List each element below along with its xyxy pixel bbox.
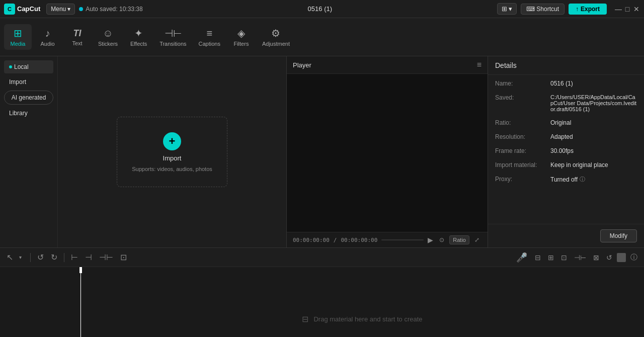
project-title: 0516 (1) (308, 5, 332, 13)
tab-captions[interactable]: ≡ Captions (194, 25, 225, 50)
sidebar-library[interactable]: Library (4, 107, 53, 120)
timeline-tool-3[interactable]: ⊡ (558, 252, 570, 263)
import-box[interactable]: + Import Supports: videos, audios, photo… (117, 117, 227, 187)
player-panel: Player ≡ 00:00:00:00 / 00:00:00:00 ▶ ⊙ R… (287, 56, 488, 247)
framerate-value: 30.00fps (550, 147, 637, 154)
details-title: Details (488, 56, 644, 75)
top-center: 0516 (1) (147, 5, 493, 13)
ratio-button[interactable]: Ratio (449, 235, 469, 244)
mic-button[interactable]: 🎤 (513, 250, 530, 265)
time-total: 00:00:00:00 (341, 237, 377, 243)
import-area: + Import Supports: videos, audios, photo… (58, 56, 286, 247)
timeline-toolbar: ↖ ▾ ↺ ↻ ⊢ ⊣ ⊣⊢ ⊡ 🎤 ⊟ ⊞ ⊡ ⊣⊢ ⊠ ↺ ⓘ (0, 248, 644, 267)
tab-effects[interactable]: ✦ Effects (125, 24, 152, 50)
modify-button[interactable]: Modify (600, 229, 637, 242)
shortcut-button[interactable]: ⌨ Shortcut (521, 4, 565, 15)
monitor-icon: ⊞ (502, 5, 507, 13)
window-controls: — □ ✕ (615, 6, 640, 13)
timeline-tool-more[interactable]: ⓘ (628, 251, 640, 264)
split-tool-2[interactable]: ⊣ (83, 251, 95, 264)
stickers-icon: ☺ (103, 28, 113, 39)
import-button-label: Import (163, 154, 182, 162)
split-tool-1[interactable]: ⊢ (68, 251, 80, 264)
tab-effects-label: Effects (130, 41, 147, 47)
timeline-right-tools: 🎤 ⊟ ⊞ ⊡ ⊣⊢ ⊠ ↺ ⓘ (513, 250, 640, 265)
proxy-value-row: Turned off ⓘ (550, 176, 585, 183)
undo-button[interactable]: ↺ (35, 251, 46, 264)
saved-value: C:/Users/USER/AppData/Local/CapCut/User … (550, 94, 637, 112)
monitor-chevron: ▾ (509, 5, 512, 13)
tab-filters[interactable]: ◈ Filters (227, 24, 255, 50)
menu-chevron-icon: ▾ (67, 6, 70, 13)
top-right-controls: ⊞ ▾ ⌨ Shortcut ↑ Export — □ ✕ (497, 3, 640, 15)
timeline-tool-1[interactable]: ⊟ (532, 252, 543, 263)
left-panel: Local Import AI generated Library + Impo… (0, 56, 287, 247)
export-icon: ↑ (576, 6, 579, 13)
detail-row-ratio: Ratio: Original (495, 119, 637, 126)
resolution-value: Adapted (550, 133, 637, 140)
tab-media[interactable]: ⊞ Media (4, 24, 32, 50)
timeline-tool-2[interactable]: ⊞ (545, 252, 556, 263)
shortcut-icon: ⌨ (526, 6, 535, 13)
name-label: Name: (495, 80, 550, 87)
timeline-tool-undo2[interactable]: ↺ (604, 252, 615, 263)
timeline-playhead-marker (79, 267, 82, 273)
drag-hint-icon: ⊟ (302, 314, 308, 324)
auto-save-status: Auto saved: 10:33:38 (79, 6, 142, 13)
details-footer: Modify (488, 224, 644, 247)
name-value: 0516 (1) (550, 80, 637, 87)
maximize-button[interactable]: □ (624, 6, 631, 13)
tab-audio[interactable]: ♪ Audio (34, 25, 61, 50)
proxy-info-icon[interactable]: ⓘ (580, 176, 585, 183)
tab-transitions[interactable]: ⊣⊢ Transitions (154, 24, 191, 50)
play-button[interactable]: ▶ (428, 236, 433, 244)
sidebar-ai-generated[interactable]: AI generated (4, 91, 53, 105)
tab-adjustment[interactable]: ⚙ Adjustment (257, 24, 295, 50)
camera-icon[interactable]: ⊙ (437, 235, 446, 244)
tab-audio-label: Audio (40, 41, 54, 47)
filters-icon: ◈ (237, 27, 245, 39)
progress-bar[interactable] (381, 239, 424, 240)
cursor-chevron[interactable]: ▾ (17, 251, 24, 264)
tab-text[interactable]: TI Text (63, 25, 91, 49)
ratio-label: Ratio: (495, 119, 550, 126)
framerate-label: Frame rate: (495, 147, 550, 154)
export-button[interactable]: ↑ Export (569, 4, 607, 15)
detail-row-framerate: Frame rate: 30.00fps (495, 147, 637, 154)
timeline-tool-5[interactable]: ⊠ (591, 252, 602, 263)
sidebar-item-local[interactable]: Local (4, 60, 53, 73)
timeline-tool-4[interactable]: ⊣⊢ (572, 252, 589, 263)
timeline-tool-color[interactable] (617, 253, 626, 262)
sidebar-import[interactable]: Import (4, 75, 53, 89)
tab-media-label: Media (11, 41, 26, 47)
auto-save-dot (79, 7, 83, 11)
fullscreen-icon[interactable]: ⤢ (472, 235, 481, 244)
menu-button[interactable]: Menu ▾ (46, 4, 75, 15)
transitions-icon: ⊣⊢ (165, 27, 182, 39)
detail-row-resolution: Resolution: Adapted (495, 133, 637, 140)
time-separator: / (334, 237, 337, 243)
player-menu-icon[interactable]: ≡ (477, 60, 481, 69)
player-header: Player ≡ (287, 56, 488, 74)
timeline-area: ↖ ▾ ↺ ↻ ⊢ ⊣ ⊣⊢ ⊡ 🎤 ⊟ ⊞ ⊡ ⊣⊢ ⊠ ↺ ⓘ (0, 247, 644, 337)
media-toolbar: ⊞ Media ♪ Audio TI Text ☺ Stickers ✦ Eff… (0, 18, 644, 56)
split-tool-3[interactable]: ⊣⊢ (97, 251, 116, 264)
timeline-content: ⊟ Drag material here and start to create (0, 267, 644, 337)
tab-text-label: Text (72, 40, 82, 46)
proxy-value: Turned off (550, 176, 578, 183)
ai-gen-label: AI generated (12, 94, 46, 101)
minimize-button[interactable]: — (615, 6, 622, 13)
import-material-label: Import material: (495, 161, 550, 168)
crop-tool[interactable]: ⊡ (118, 251, 129, 264)
monitor-button[interactable]: ⊞ ▾ (497, 3, 517, 15)
redo-button[interactable]: ↻ (48, 251, 60, 264)
import-plus-icon: + (163, 132, 181, 150)
tab-stickers[interactable]: ☺ Stickers (93, 25, 123, 50)
captions-icon: ≡ (206, 28, 212, 39)
menu-label: Menu (51, 6, 66, 13)
local-dot (9, 65, 12, 68)
cursor-tool[interactable]: ↖ (4, 251, 16, 264)
close-button[interactable]: ✕ (633, 6, 640, 13)
media-icon: ⊞ (14, 27, 22, 39)
player-title: Player (293, 61, 311, 69)
